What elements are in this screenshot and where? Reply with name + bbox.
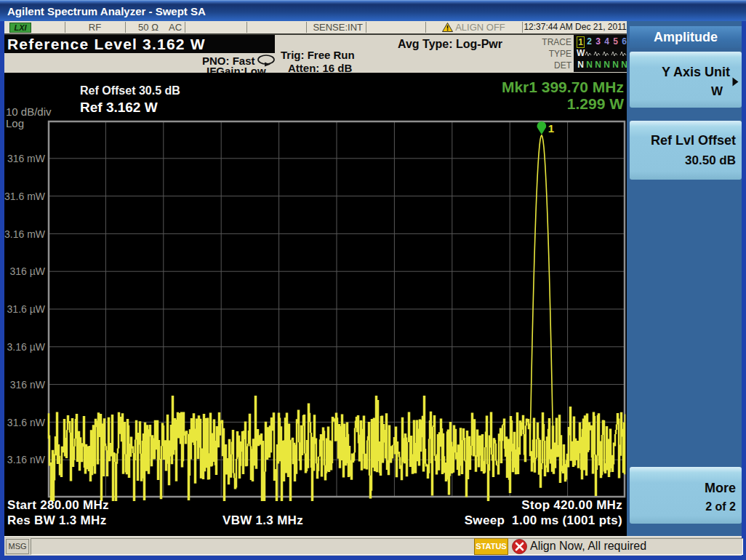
- type-row-label: TYPE: [528, 49, 571, 59]
- det-row-label: DET: [528, 60, 571, 71]
- error-icon: [512, 539, 527, 554]
- y-axis-label: 3.16 mW: [4, 228, 45, 240]
- submenu-arrow-icon: [732, 77, 739, 87]
- message-bar: MSG STATUS Align Now, All required: [4, 536, 742, 556]
- vbw-annotation: VBW 1.3 MHz: [222, 513, 303, 528]
- trace-1-type: W: [577, 48, 585, 58]
- softkey-value: W: [711, 84, 723, 99]
- scale-per-div: 10 dB/div: [6, 105, 52, 118]
- measurement-bar: Reference Level 3.162 W PNO: Fast IFGain…: [4, 35, 627, 73]
- trace-4-indicator: 4: [603, 36, 611, 47]
- y-axis-label: 31.6 nW: [4, 417, 45, 428]
- stop-freq-annotation: Stop 420.00 MHz: [521, 498, 622, 513]
- msg-box: MSG: [6, 539, 29, 554]
- reference-level-box: Reference Level 3.162 W: [4, 35, 275, 53]
- ref-offset-annotation: Ref Offset 30.5 dB: [80, 84, 180, 97]
- marker-readout: Mkr1 399.70 MHz 1.299 W: [502, 79, 624, 112]
- rf-indicator: RF: [65, 21, 125, 33]
- reference-level: Reference Level 3.162 W: [7, 35, 206, 53]
- y-axis-label: 31.6 mW: [4, 191, 45, 202]
- trace-1-indicator: 1: [577, 36, 585, 48]
- softkey-label: More: [705, 481, 736, 496]
- trace-2-indicator: 2: [585, 36, 593, 47]
- align-warning-icon: [442, 23, 453, 32]
- trace-3-indicator: 3: [594, 36, 602, 47]
- divider: [185, 22, 185, 33]
- status-message: Align Now, All required: [530, 540, 646, 553]
- softkey-value: 30.50 dB: [685, 153, 736, 168]
- trace-type-waveform-icon: [585, 50, 627, 57]
- trace-status-box: 1 2 3 4 5 6 W N N N N N N: [574, 35, 628, 72]
- align-status-label: ALIGN OFF: [455, 22, 505, 33]
- sweep-annotation: Sweep 1.00 ms (1001 pts): [465, 513, 622, 528]
- trace-5-indicator: 5: [611, 36, 619, 47]
- ref-level-annotation: Ref 3.162 W: [80, 100, 158, 116]
- softkey-value: 2 of 2: [705, 500, 736, 513]
- det-1: N: [577, 60, 585, 70]
- lxi-indicator: LXI: [9, 23, 31, 33]
- align-status: ALIGN OFF: [425, 21, 522, 33]
- marker-amplitude: 1.299 W: [502, 95, 624, 112]
- status-row: LXI RF 50 Ω AC SENSE:INT ALIGN OFF 12:37…: [4, 21, 627, 35]
- trace-detectors-row: N N N N N N: [574, 60, 628, 71]
- scale-type: Log: [6, 117, 24, 129]
- divider: [125, 22, 126, 33]
- trace-row-label: TRACE: [528, 37, 571, 47]
- res-bw-annotation: Res BW 1.3 MHz: [7, 513, 106, 528]
- y-axis-label: 316 µW: [4, 265, 45, 277]
- sense-indicator: SENSE:INT: [306, 21, 363, 33]
- y-axis-label: 3.16 nW: [4, 454, 45, 465]
- divider: [246, 22, 247, 33]
- det-2: N: [585, 60, 593, 70]
- y-axis-label: 316 nW: [4, 379, 45, 391]
- softkey-ref-lvl-offset[interactable]: Ref Lvl Offset 30.50 dB: [630, 121, 742, 180]
- det-3: N: [594, 60, 602, 70]
- softkey-label: Y Axis Unit: [662, 65, 730, 80]
- window-title: Agilent Spectrum Analyzer - Swept SA: [7, 1, 206, 22]
- trace-types-row: W: [574, 48, 628, 59]
- softkey-more[interactable]: More 2 of 2: [630, 467, 742, 524]
- menu-title: Amplitude: [630, 26, 742, 48]
- trigger-setting: Trig: Free Run: [281, 49, 355, 61]
- impedance-indicator: 50 Ω: [127, 21, 170, 33]
- y-axis-label: 316 mW: [4, 153, 45, 164]
- softkey-label: Ref Lvl Offset: [651, 133, 736, 148]
- softkey-menu: Amplitude Y Axis Unit W Ref Lvl Offset 3…: [627, 21, 742, 536]
- softkey-y-axis-unit[interactable]: Y Axis Unit W: [630, 52, 742, 108]
- y-axis-label: 31.6 µW: [4, 303, 45, 315]
- y-axis-label: 3.16 µW: [4, 341, 45, 353]
- datetime: 12:37:44 AM Dec 21, 2011: [522, 21, 628, 33]
- spectrum-display: 10 dB/div Log Ref Offset 30.5 dB Ref 3.1…: [4, 73, 627, 536]
- det-5: N: [611, 60, 619, 70]
- avg-type-setting: Avg Type: Log-Pwr: [398, 38, 502, 51]
- spectrum-chart: 1: [48, 121, 625, 497]
- svg-text:1: 1: [548, 122, 554, 135]
- det-4: N: [603, 60, 611, 70]
- coupling-indicator: AC: [166, 21, 185, 33]
- status-badge: STATUS: [474, 538, 508, 555]
- trace-numbers-row: 1 2 3 4 5 6: [574, 36, 628, 47]
- marker-freq: Mkr1 399.70 MHz: [502, 79, 624, 95]
- title-bar: Agilent Spectrum Analyzer - Swept SA: [0, 0, 746, 21]
- start-freq-annotation: Start 280.00 MHz: [7, 498, 109, 513]
- divider: [366, 22, 366, 33]
